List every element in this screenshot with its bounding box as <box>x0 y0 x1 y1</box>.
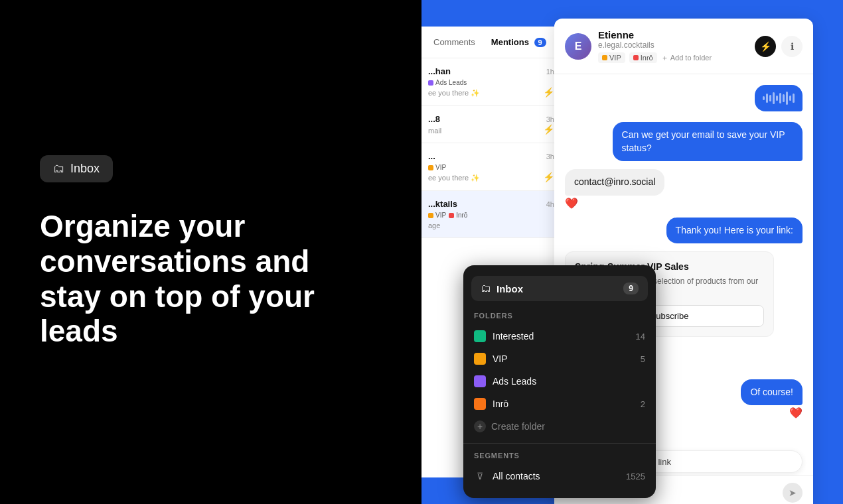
reaction-heart-1: ❤️ <box>565 197 578 210</box>
dropdown-divider <box>463 443 656 444</box>
info-btn[interactable]: ℹ <box>781 36 803 57</box>
lightning-icon-1: ⚡ <box>543 87 554 97</box>
tabs-row: Comments Mentions 9 <box>422 27 561 58</box>
conv-preview-3: ee you there ✨ <box>428 174 554 182</box>
tab-comments[interactable]: Comments <box>428 34 481 50</box>
dropdown-inbox[interactable]: 🗂 Inbox 9 <box>471 276 648 301</box>
audio-message <box>565 85 803 111</box>
inbox-dropdown-count: 9 <box>623 283 639 294</box>
lightning-btn[interactable]: ⚡ <box>755 36 776 57</box>
msg-bubble-5: Of course! <box>741 379 803 406</box>
tab-mentions[interactable]: Mentions 9 <box>486 34 552 50</box>
tag-dot-inro <box>633 55 639 60</box>
chat-tag-inro: Inrō <box>629 52 657 63</box>
reaction-heart-2: ❤️ <box>789 407 803 419</box>
plus-icon: ＋ <box>661 53 668 63</box>
conv-name-2: ...8 <box>428 114 440 124</box>
msg-3: Thank you! Here is your link: <box>565 218 803 244</box>
segment-count-all: 1525 <box>626 472 645 481</box>
inbox-badge: 🗂 Inbox <box>40 155 113 182</box>
create-folder-icon: + <box>474 420 486 432</box>
chat-header-info: Etienne e.legal.cocktails VIP Inrō ＋ Add… <box>598 29 748 63</box>
folder-count-vip: 5 <box>641 354 645 364</box>
inbox-badge-label: Inbox <box>70 162 100 176</box>
conv-preview-4: age <box>428 221 554 229</box>
mentions-badge: 9 <box>534 38 546 47</box>
tag-dot-yellow-4 <box>428 213 433 218</box>
create-folder-label: Create folder <box>491 421 545 432</box>
folder-label-interested: Interested <box>493 331 629 342</box>
msg-bubble-1: Can we get your email to save your VIP s… <box>613 122 803 161</box>
conv-tag-1: Ads Leads <box>428 79 467 86</box>
chat-header-tags: VIP Inrō ＋ Add to folder <box>598 52 748 63</box>
add-folder-btn[interactable]: ＋ Add to folder <box>661 52 712 63</box>
dropdown-item-vip[interactable]: VIP 5 <box>463 347 656 370</box>
conv-time-4: 4h <box>546 200 554 208</box>
conv-time-2: 3h <box>546 115 554 123</box>
msg-2: contact@inro.social ❤️ <box>565 169 803 210</box>
lightning-icon-2: ⚡ <box>543 124 554 135</box>
tag-dot-yellow-3 <box>428 165 433 170</box>
avatar: E <box>565 33 591 60</box>
conv-tag-3: VIP <box>428 164 446 171</box>
folder-count-interested: 14 <box>636 332 645 342</box>
conv-item-3[interactable]: ... 3h VIP ee you there ✨ ⚡ <box>422 143 561 191</box>
msg-bubble-3: Thank you! Here is your link: <box>666 218 803 244</box>
dropdown-item-ads-leads[interactable]: Ads Leads <box>463 370 656 393</box>
conv-item-4[interactable]: ...ktails 4h VIP Inrō age <box>422 191 561 238</box>
filter-icon: ⊽ <box>474 470 486 482</box>
dropdown-item-interested[interactable]: Interested 14 <box>463 325 656 347</box>
segments-section-label: SEGMENTS <box>463 449 656 465</box>
chat-header-actions: ⚡ ℹ <box>755 36 803 57</box>
left-panel: 🗂 Inbox Organize your conversations and … <box>0 0 422 504</box>
folder-icon-ads-leads <box>474 375 486 387</box>
folder-count-inro: 2 <box>641 399 645 409</box>
folder-label-vip: VIP <box>493 353 634 364</box>
create-folder-btn[interactable]: + Create folder <box>463 415 656 438</box>
dropdown-item-inro[interactable]: Inrō 2 <box>463 393 656 415</box>
lightning-icon-3: ⚡ <box>543 172 554 182</box>
msg-bubble-2: contact@inro.social <box>565 169 664 196</box>
conv-item-1[interactable]: ...han 1h Ads Leads ee you there ✨ ⚡ <box>422 58 561 106</box>
folder-icon-vip <box>474 353 486 365</box>
conv-preview-2: mail <box>428 127 554 135</box>
conv-tag-4b: Inrō <box>449 212 467 219</box>
tag-dot-red-4 <box>449 213 454 218</box>
inbox-dropdown-label: Inbox <box>497 283 523 294</box>
inbox-icon: 🗂 <box>53 162 65 176</box>
chat-tag-vip: VIP <box>598 52 625 63</box>
chat-user-email: e.legal.cocktails <box>598 40 748 50</box>
dropdown-menu: 🗂 Inbox 9 FOLDERS Interested 14 VIP 5 Ad… <box>463 265 656 498</box>
folder-icon-inro <box>474 398 486 410</box>
chat-header: E Etienne e.legal.cocktails VIP Inrō ＋ <box>554 19 813 74</box>
conv-preview-1: ee you there ✨ <box>428 89 554 97</box>
folder-label-inro: Inrō <box>493 399 634 409</box>
conv-time-3: 3h <box>546 153 554 160</box>
folders-section-label: FOLDERS <box>463 309 656 325</box>
dropdown-item-all-contacts[interactable]: ⊽ All contacts 1525 <box>463 465 656 487</box>
conv-tag-4a: VIP <box>428 212 446 219</box>
conv-item-2[interactable]: ...8 3h mail ⚡ <box>422 106 561 143</box>
send-button[interactable]: ➤ <box>783 483 803 503</box>
hero-title: Organize your conversations and stay on … <box>40 209 372 349</box>
audio-wave <box>763 90 795 106</box>
tag-dot-vip <box>602 55 607 60</box>
msg-1: Can we get your email to save your VIP s… <box>565 122 803 161</box>
tag-dot-purple-1 <box>428 80 433 86</box>
inbox-dropdown-icon: 🗂 <box>481 283 491 294</box>
conv-name-4: ...ktails <box>428 199 457 209</box>
right-panel: Comments Mentions 9 ...han 1h Ads Leads … <box>422 0 843 504</box>
conv-name-1: ...han <box>428 66 451 76</box>
chat-user-name: Etienne <box>598 29 748 40</box>
folder-label-ads-leads: Ads Leads <box>493 376 639 387</box>
segment-label-all: All contacts <box>493 471 619 481</box>
conv-time-1: 1h <box>546 68 554 76</box>
conv-name-3: ... <box>428 151 435 161</box>
folder-icon-interested <box>474 330 486 342</box>
